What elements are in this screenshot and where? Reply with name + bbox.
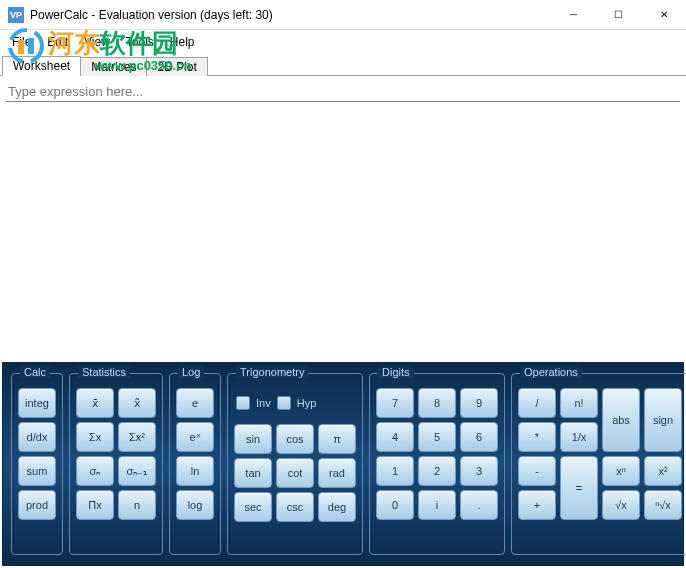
tab-worksheet[interactable]: Worksheet bbox=[2, 56, 81, 76]
titlebar: VP PowerCalc - Evaluation version (days … bbox=[0, 0, 686, 30]
btn-ln[interactable]: ln bbox=[176, 456, 214, 486]
btn-sigma-x[interactable]: Σx bbox=[76, 422, 114, 452]
btn-factorial[interactable]: n! bbox=[560, 388, 598, 418]
btn-ddx[interactable]: d/dx bbox=[18, 422, 56, 452]
btn-nthroot[interactable]: ⁿ√x bbox=[644, 490, 682, 520]
btn-rad[interactable]: rad bbox=[318, 458, 356, 488]
tab-2d-plot[interactable]: 2D Plot bbox=[146, 57, 207, 76]
btn-3[interactable]: 3 bbox=[460, 456, 498, 486]
btn-power[interactable]: xⁿ bbox=[602, 456, 640, 486]
group-digits: Digits 7 8 9 4 5 6 1 2 3 0 i . bbox=[369, 373, 505, 555]
tab-matrices[interactable]: Matrices bbox=[80, 57, 147, 76]
group-title-log: Log bbox=[178, 366, 204, 378]
btn-prod[interactable]: prod bbox=[18, 490, 56, 520]
btn-stdev-n[interactable]: σₙ bbox=[76, 456, 114, 486]
close-button[interactable]: ✕ bbox=[641, 0, 686, 29]
btn-sum[interactable]: sum bbox=[18, 456, 56, 486]
tabs: Worksheet Matrices 2D Plot bbox=[0, 54, 686, 76]
btn-2[interactable]: 2 bbox=[418, 456, 456, 486]
btn-sin[interactable]: sin bbox=[234, 424, 272, 454]
btn-plus[interactable]: + bbox=[518, 490, 556, 520]
btn-cos[interactable]: cos bbox=[276, 424, 314, 454]
window-title: PowerCalc - Evaluation version (days lef… bbox=[30, 8, 551, 22]
btn-dot[interactable]: . bbox=[460, 490, 498, 520]
checkbox-hyp[interactable] bbox=[277, 396, 291, 410]
checkbox-inv[interactable] bbox=[236, 396, 250, 410]
btn-square[interactable]: x² bbox=[644, 456, 682, 486]
btn-mean[interactable]: x̄ bbox=[76, 388, 114, 418]
group-title-operations: Operations bbox=[520, 366, 582, 378]
btn-6[interactable]: 6 bbox=[460, 422, 498, 452]
btn-sigma-x2[interactable]: Σx² bbox=[118, 422, 156, 452]
btn-tan[interactable]: tan bbox=[234, 458, 272, 488]
btn-integ[interactable]: integ bbox=[18, 388, 56, 418]
btn-minus[interactable]: - bbox=[518, 456, 556, 486]
menu-file[interactable]: File bbox=[4, 33, 39, 51]
btn-sqrt[interactable]: √x bbox=[602, 490, 640, 520]
btn-1[interactable]: 1 bbox=[376, 456, 414, 486]
btn-ex[interactable]: eˣ bbox=[176, 422, 214, 452]
group-log: Log e eˣ ln log bbox=[169, 373, 221, 555]
group-statistics: Statistics x̄ x̃ Σx Σx² σₙ σₙ₋₁ Πx n bbox=[69, 373, 163, 555]
menu-help[interactable]: Help bbox=[162, 33, 203, 51]
btn-deg[interactable]: deg bbox=[318, 492, 356, 522]
btn-0[interactable]: 0 bbox=[376, 490, 414, 520]
worksheet-area bbox=[0, 76, 686, 362]
label-hyp: Hyp bbox=[297, 397, 317, 409]
menu-view[interactable]: View bbox=[76, 33, 118, 51]
btn-stdev-n1[interactable]: σₙ₋₁ bbox=[118, 456, 156, 486]
btn-equals[interactable]: = bbox=[560, 456, 598, 520]
group-title-digits: Digits bbox=[378, 366, 414, 378]
group-trigonometry: Trigonometry Inv Hyp sin cos π tan cot r… bbox=[227, 373, 363, 555]
menu-tools[interactable]: Tools bbox=[118, 33, 162, 51]
btn-pi-x[interactable]: Πx bbox=[76, 490, 114, 520]
group-title-trigonometry: Trigonometry bbox=[236, 366, 308, 378]
minimize-button[interactable]: ─ bbox=[551, 0, 596, 29]
menu-edit[interactable]: Edit bbox=[39, 33, 76, 51]
group-operations: Operations / n! abs sign * 1/x - = xⁿ x²… bbox=[511, 373, 686, 555]
btn-pi[interactable]: π bbox=[318, 424, 356, 454]
btn-reciprocal[interactable]: 1/x bbox=[560, 422, 598, 452]
keypad-area: Calc integ d/dx sum prod Statistics x̄ x… bbox=[2, 362, 684, 566]
btn-5[interactable]: 5 bbox=[418, 422, 456, 452]
group-calc: Calc integ d/dx sum prod bbox=[11, 373, 63, 555]
btn-i[interactable]: i bbox=[418, 490, 456, 520]
btn-multiply[interactable]: * bbox=[518, 422, 556, 452]
btn-9[interactable]: 9 bbox=[460, 388, 498, 418]
btn-abs[interactable]: abs bbox=[602, 388, 640, 452]
btn-n[interactable]: n bbox=[118, 490, 156, 520]
label-inv: Inv bbox=[256, 397, 271, 409]
group-title-statistics: Statistics bbox=[78, 366, 130, 378]
maximize-button[interactable]: ☐ bbox=[596, 0, 641, 29]
btn-4[interactable]: 4 bbox=[376, 422, 414, 452]
app-icon: VP bbox=[8, 7, 24, 23]
btn-divide[interactable]: / bbox=[518, 388, 556, 418]
btn-7[interactable]: 7 bbox=[376, 388, 414, 418]
group-title-calc: Calc bbox=[20, 366, 50, 378]
menubar: File Edit View Tools Help bbox=[0, 30, 686, 54]
btn-cot[interactable]: cot bbox=[276, 458, 314, 488]
btn-8[interactable]: 8 bbox=[418, 388, 456, 418]
btn-log[interactable]: log bbox=[176, 490, 214, 520]
btn-csc[interactable]: csc bbox=[276, 492, 314, 522]
btn-sign[interactable]: sign bbox=[644, 388, 682, 452]
btn-median[interactable]: x̃ bbox=[118, 388, 156, 418]
expression-input[interactable] bbox=[6, 82, 680, 102]
btn-sec[interactable]: sec bbox=[234, 492, 272, 522]
btn-e[interactable]: e bbox=[176, 388, 214, 418]
